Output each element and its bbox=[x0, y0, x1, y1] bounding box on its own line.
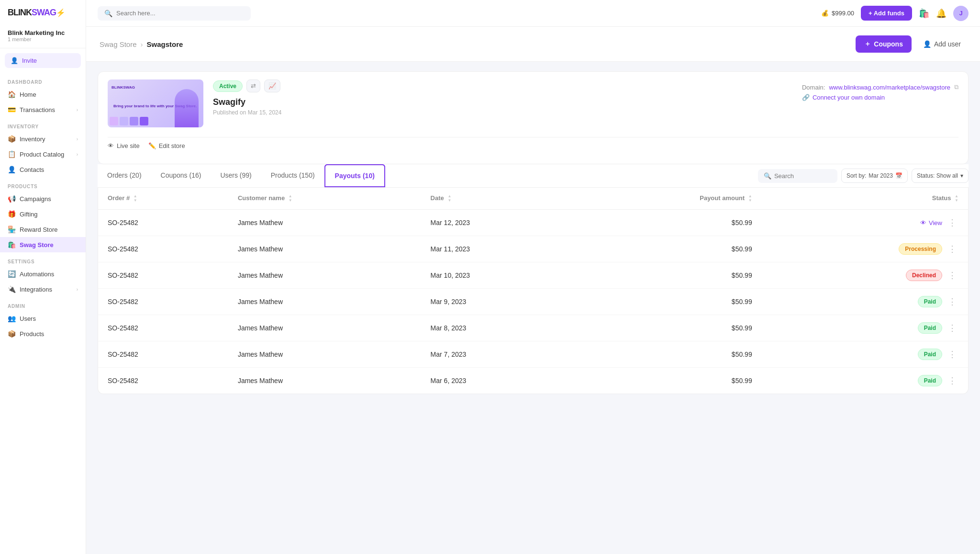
col-date: Date ▲ ▼ bbox=[421, 188, 575, 210]
store-actions: 👁 Live site ✏️ Edit store bbox=[108, 137, 958, 156]
sort-arrows-date[interactable]: ▲ ▼ bbox=[447, 194, 451, 203]
row-menu-button[interactable]: ⋮ bbox=[946, 348, 958, 361]
sidebar-item-label: Campaigns bbox=[20, 195, 51, 203]
status-filter-button[interactable]: Status: Show all ▾ bbox=[912, 169, 969, 183]
sort-down-icon: ▼ bbox=[748, 199, 752, 203]
sidebar-item-label: Gifting bbox=[20, 211, 38, 218]
cell-payout-amount: $50.99 bbox=[574, 315, 761, 341]
row-menu-button[interactable]: ⋮ bbox=[946, 269, 958, 282]
chevron-right-icon: › bbox=[77, 107, 78, 113]
view-label: View bbox=[929, 219, 942, 226]
sidebar-item-products-admin[interactable]: 📦 Products bbox=[0, 326, 86, 341]
row-menu-button[interactable]: ⋮ bbox=[946, 322, 958, 334]
share-icon[interactable]: ⇄ bbox=[246, 79, 260, 92]
tab-search-bar[interactable]: 🔍 bbox=[758, 169, 837, 183]
cell-order-number: SO-25482 bbox=[98, 236, 228, 262]
sidebar-item-label: Reward Store bbox=[20, 226, 57, 233]
product-thumbnails bbox=[110, 117, 148, 125]
bag-icon[interactable]: 🛍️ bbox=[919, 8, 929, 19]
status-badge: Paid bbox=[918, 296, 942, 307]
cell-payout-amount: $50.99 bbox=[574, 236, 761, 262]
sidebar-item-contacts[interactable]: 👤 Contacts bbox=[0, 162, 86, 177]
tab-products[interactable]: Products (150) bbox=[261, 165, 324, 187]
store-info: Active ⇄ 📈 Swagify Published on Mar 15, … bbox=[213, 79, 792, 118]
sidebar-item-automations[interactable]: 🔄 Automations bbox=[0, 266, 86, 282]
sidebar-item-swag-store[interactable]: 🛍️ Swag Store bbox=[0, 237, 86, 252]
chevron-right-icon: › bbox=[77, 136, 78, 142]
add-user-button[interactable]: 👤 Add user bbox=[917, 36, 967, 52]
sort-button[interactable]: Sort by: Mar 2023 📅 bbox=[841, 169, 908, 183]
add-funds-label: + Add funds bbox=[869, 10, 904, 17]
row-menu-button[interactable]: ⋮ bbox=[946, 295, 958, 308]
cell-customer-name: James Mathew bbox=[228, 262, 421, 289]
store-published-date: Published on Mar 15, 2024 bbox=[213, 109, 792, 116]
row-actions: Paid ⋮ bbox=[771, 295, 958, 308]
store-top: BLINKSWAG Bring your brand to life with … bbox=[108, 79, 958, 135]
payouts-table: Order # ▲ ▼ Customer name ▲ ▼ bbox=[98, 188, 968, 394]
edit-store-button[interactable]: ✏️ Edit store bbox=[148, 142, 185, 149]
store-name: Swagify bbox=[213, 97, 792, 107]
sidebar-item-product-catalog[interactable]: 📋 Product Catalog › bbox=[0, 147, 86, 162]
cell-payout-amount: $50.99 bbox=[574, 289, 761, 315]
live-site-button[interactable]: 👁 Live site bbox=[108, 142, 140, 149]
invite-button[interactable]: 👤 Invite bbox=[5, 53, 81, 68]
page-header-actions: ＋ Coupons 👤 Add user bbox=[856, 35, 967, 53]
view-button[interactable]: 👁 View bbox=[920, 219, 942, 226]
cell-order-number: SO-25482 bbox=[98, 289, 228, 315]
tab-orders[interactable]: Orders (20) bbox=[98, 165, 151, 187]
tab-payouts[interactable]: Payouts (10) bbox=[324, 164, 385, 187]
sort-arrows-customer[interactable]: ▲ ▼ bbox=[289, 194, 292, 203]
balance-chip: 💰 $999.00 bbox=[821, 10, 854, 17]
tab-search-input[interactable] bbox=[774, 172, 832, 180]
search-bar[interactable]: 🔍 bbox=[98, 6, 251, 21]
sort-arrows-status[interactable]: ▲ ▼ bbox=[955, 194, 958, 203]
chart-icon[interactable]: 📈 bbox=[264, 79, 280, 92]
sidebar-item-users[interactable]: 👥 Users bbox=[0, 311, 86, 326]
sidebar-item-gifting[interactable]: 🎁 Gifting bbox=[0, 206, 86, 222]
search-input[interactable] bbox=[116, 10, 244, 17]
main-content: 🔍 💰 $999.00 + Add funds 🛍️ 🔔 J Swag Stor… bbox=[86, 0, 980, 554]
payouts-table-wrap: Order # ▲ ▼ Customer name ▲ ▼ bbox=[98, 188, 969, 394]
cell-payout-amount: $50.99 bbox=[574, 262, 761, 289]
cell-customer-name: James Mathew bbox=[228, 341, 421, 368]
connect-domain-link[interactable]: 🔗 Connect your own domain bbox=[802, 94, 958, 101]
status-label: Status: Show all bbox=[917, 172, 958, 179]
bell-icon[interactable]: 🔔 bbox=[936, 8, 947, 19]
sidebar-item-transactions[interactable]: 💳 Transactions › bbox=[0, 102, 86, 117]
sidebar-item-integrations[interactable]: 🔌 Integrations › bbox=[0, 282, 86, 297]
row-menu-button[interactable]: ⋮ bbox=[946, 216, 958, 229]
sidebar-item-home[interactable]: 🏠 Home bbox=[0, 87, 86, 102]
table-row: SO-25482 James Mathew Mar 10, 2023 $50.9… bbox=[98, 262, 968, 289]
col-status: Status ▲ ▼ bbox=[762, 188, 968, 210]
tab-users[interactable]: Users (99) bbox=[211, 165, 261, 187]
table-row: SO-25482 James Mathew Mar 12, 2023 $50.9… bbox=[98, 210, 968, 236]
settings-section-label: SETTINGS bbox=[0, 252, 86, 266]
sidebar-item-reward-store[interactable]: 🏪 Reward Store bbox=[0, 222, 86, 237]
coupons-plus-icon: ＋ bbox=[864, 40, 871, 48]
coupons-button[interactable]: ＋ Coupons bbox=[856, 35, 912, 53]
domain-url[interactable]: www.blinkswag.com/marketplace/swagstore bbox=[829, 84, 950, 91]
add-funds-button[interactable]: + Add funds bbox=[861, 6, 912, 21]
row-menu-button[interactable]: ⋮ bbox=[946, 243, 958, 255]
sidebar-item-inventory[interactable]: 📦 Inventory › bbox=[0, 131, 86, 147]
user-avatar[interactable]: J bbox=[953, 6, 969, 21]
sort-arrows-amount[interactable]: ▲ ▼ bbox=[748, 194, 752, 203]
sort-arrows-order[interactable]: ▲ ▼ bbox=[134, 194, 137, 203]
page-content: Swag Store › Swagstore ＋ Coupons 👤 Add u… bbox=[86, 27, 980, 554]
eye-icon: 👁 bbox=[920, 219, 926, 226]
tab-coupons[interactable]: Coupons (16) bbox=[151, 165, 211, 187]
inventory-icon: 📦 bbox=[8, 135, 15, 143]
status-badge: Processing bbox=[899, 243, 942, 255]
org-member-count: 1 member bbox=[8, 36, 78, 42]
domain-label: Domain: bbox=[802, 84, 825, 91]
sidebar-item-campaigns[interactable]: 📢 Campaigns bbox=[0, 191, 86, 206]
copy-icon[interactable]: ⧉ bbox=[954, 83, 958, 91]
org-section: Blink Marketing Inc 1 member bbox=[0, 25, 86, 48]
inventory-section-label: INVENTORY bbox=[0, 117, 86, 131]
col-order-number: Order # ▲ ▼ bbox=[98, 188, 228, 210]
sort-up-icon: ▲ bbox=[748, 194, 752, 198]
row-menu-button[interactable]: ⋮ bbox=[946, 374, 958, 387]
sort-up-icon: ▲ bbox=[289, 194, 292, 198]
status-badge: Paid bbox=[918, 322, 942, 334]
breadcrumb-parent[interactable]: Swag Store bbox=[100, 40, 137, 48]
